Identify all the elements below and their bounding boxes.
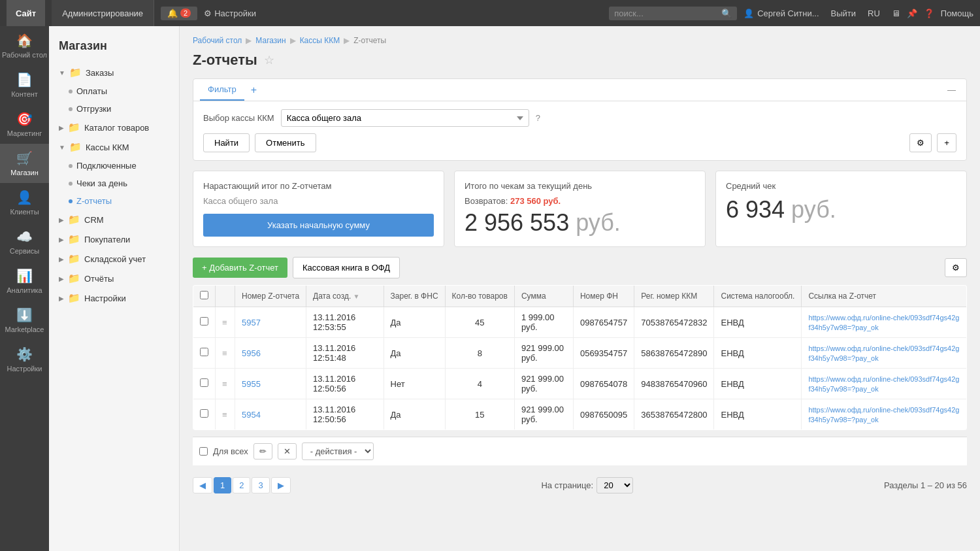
- help-label[interactable]: Помощь: [941, 8, 973, 18]
- folder-icon-kkm: 📁: [69, 141, 82, 153]
- nav-item-buyers[interactable]: ▶ 📁 Покупатели: [49, 229, 179, 249]
- table-gear-button[interactable]: ⚙: [945, 258, 967, 277]
- favorite-icon[interactable]: ☆: [264, 53, 274, 67]
- page-button-3[interactable]: 3: [252, 477, 269, 493]
- page-button-2[interactable]: 2: [233, 477, 250, 493]
- filter-tab-add[interactable]: +: [244, 80, 263, 100]
- row-checkbox[interactable]: [200, 317, 208, 326]
- table-row: ≡ 5954 13.11.2016 12:50:56 Да 15 921 999…: [193, 399, 967, 430]
- help-icon[interactable]: ❓: [924, 8, 934, 18]
- row-qty-cell: 45: [445, 307, 514, 338]
- sidebar-item-content[interactable]: 📄 Контент: [0, 65, 49, 105]
- nav-label-settings: Настройки: [84, 293, 126, 303]
- breadcrumb-sep-1: ▶: [246, 36, 252, 45]
- row-menu-icon[interactable]: ≡: [222, 379, 227, 389]
- add-report-button[interactable]: + Добавить Z-отчет: [193, 258, 287, 278]
- filter-minimize[interactable]: —: [943, 81, 960, 99]
- row-ofd-link[interactable]: https://www.офд.ru/online-chek/093sdf74g…: [808, 375, 959, 393]
- cancel-filter-button[interactable]: Отменить: [255, 133, 316, 152]
- breadcrumb-shop[interactable]: Магазин: [255, 36, 286, 45]
- row-number-link[interactable]: 5955: [242, 379, 261, 389]
- row-reg-cell: 58638765472890: [634, 338, 714, 369]
- services-icon: ☁️: [16, 229, 33, 244]
- stat-card3-title: Средний чек: [726, 181, 956, 191]
- row-tax-cell: ЕНВД: [714, 369, 802, 399]
- table-toolbar: + Добавить Z-отчет Кассовая книга в ОФД …: [193, 257, 967, 278]
- filter-gear-button[interactable]: ⚙: [909, 133, 932, 152]
- lang-selector[interactable]: RU: [868, 8, 880, 18]
- row-ofd-link[interactable]: https://www.офд.ru/online-chek/093sdf74g…: [808, 314, 959, 331]
- nav-item-z-reports[interactable]: Z-отчеты: [49, 192, 179, 210]
- pin-icon[interactable]: 📌: [907, 8, 917, 18]
- sidebar-item-desktop[interactable]: 🏠 Рабочий стол: [0, 26, 49, 65]
- nav-label-warehouse: Складской учет: [84, 254, 146, 264]
- row-number-link[interactable]: 5957: [242, 318, 261, 327]
- settings-button[interactable]: ⚙ Настройки: [204, 8, 256, 18]
- sidebar-item-marketplace[interactable]: ⬇️ Marketplace: [0, 301, 49, 340]
- chevron-down-icon-kkm: ▼: [59, 144, 65, 151]
- row-ofd-link[interactable]: https://www.офд.ru/online-chek/093sdf74g…: [808, 406, 959, 424]
- sidebar-item-marketing[interactable]: 🎯 Маркетинг: [0, 105, 49, 144]
- filter-tab-main[interactable]: Фильтр: [200, 79, 244, 101]
- nav-item-warehouse[interactable]: ▶ 📁 Складской учет: [49, 249, 179, 269]
- find-button[interactable]: Найти: [203, 133, 250, 152]
- nav-item-settings-nav[interactable]: ▶ 📁 Настройки: [49, 288, 179, 308]
- row-number-link[interactable]: 5956: [242, 348, 261, 358]
- row-menu-icon[interactable]: ≡: [222, 410, 227, 420]
- table-row: ≡ 5957 13.11.2016 12:53:55 Да 45 1 999.0…: [193, 307, 967, 338]
- per-page-select[interactable]: 20 50 100: [596, 477, 633, 493]
- filter-kkm-select[interactable]: Касса общего зала: [281, 109, 529, 127]
- footer-actions-select[interactable]: - действия - Удалить: [302, 442, 374, 460]
- row-ofd-link[interactable]: https://www.офд.ru/online-chek/093sdf74g…: [808, 344, 959, 362]
- filter-plus-button[interactable]: +: [937, 133, 956, 152]
- row-checkbox[interactable]: [200, 378, 208, 387]
- nav-item-crm[interactable]: ▶ 📁 CRM: [49, 210, 179, 229]
- nav-item-shipments[interactable]: Отгрузки: [49, 100, 179, 118]
- user-menu[interactable]: 👤 Сергей Ситни...: [743, 8, 819, 18]
- nav-title: Магазин: [49, 33, 179, 63]
- row-checkbox[interactable]: [200, 348, 208, 356]
- page-button-1[interactable]: 1: [214, 477, 231, 493]
- nav-item-orders[interactable]: ▼ 📁 Заказы: [49, 63, 179, 82]
- nav-item-reports[interactable]: ▶ 📁 Отчёты: [49, 269, 179, 288]
- nav-item-catalog[interactable]: ▶ 📁 Каталог товаров: [49, 118, 179, 137]
- sidebar-item-settings[interactable]: ⚙️ Настройки: [0, 340, 49, 379]
- nav-item-kkm[interactable]: ▼ 📁 Кассы ККМ: [49, 137, 179, 157]
- row-checkbox[interactable]: [200, 409, 208, 418]
- table-body: ≡ 5957 13.11.2016 12:53:55 Да 45 1 999.0…: [193, 307, 967, 430]
- monitor-icon[interactable]: 🖥: [892, 8, 900, 18]
- nav-label-crm: CRM: [84, 215, 104, 225]
- row-number-link[interactable]: 5954: [242, 410, 261, 420]
- footer-edit-button[interactable]: ✏: [253, 443, 272, 459]
- sidebar-item-analytics[interactable]: 📊 Аналитика: [0, 261, 49, 301]
- sidebar-item-shop[interactable]: 🛒 Магазин: [0, 144, 49, 183]
- nav-label-reports: Отчёты: [84, 274, 114, 284]
- sidebar-item-services[interactable]: ☁️ Сервисы: [0, 222, 49, 261]
- select-all-checkbox[interactable]: [200, 291, 208, 299]
- site-button[interactable]: Сайт: [7, 0, 45, 26]
- prev-page-button[interactable]: ◀: [193, 477, 212, 493]
- pagination-row: ◀ 1 2 3 ▶ На странице: 20 50 100 Разделы…: [193, 472, 967, 499]
- breadcrumb-desktop[interactable]: Рабочий стол: [193, 36, 242, 45]
- logout-button[interactable]: Выйти: [831, 8, 857, 18]
- next-page-button[interactable]: ▶: [271, 477, 291, 493]
- row-menu-icon[interactable]: ≡: [222, 348, 227, 358]
- notifications-button[interactable]: 🔔 2: [161, 7, 197, 20]
- filter-body: Выбор кассы ККМ Касса общего зала ? Найт…: [193, 101, 966, 160]
- stat-card-daily: Итого по чекам за текущий день Возвратов…: [454, 171, 706, 247]
- row-menu-icon[interactable]: ≡: [222, 318, 227, 327]
- nav-item-connected[interactable]: Подключенные: [49, 157, 179, 175]
- sidebar-item-clients[interactable]: 👤 Клиенты: [0, 183, 49, 222]
- cashbook-button[interactable]: Кассовая книга в ОФД: [293, 257, 400, 278]
- set-amount-button[interactable]: Указать начальную сумму: [203, 214, 434, 237]
- nav-item-payments[interactable]: Оплаты: [49, 82, 179, 100]
- breadcrumb-kkm[interactable]: Кассы ККМ: [300, 36, 340, 45]
- nav-item-day-checks[interactable]: Чеки за день: [49, 175, 179, 192]
- chevron-down-icon: ▼: [59, 69, 65, 76]
- col-header-date[interactable]: Дата созд. ▼: [306, 286, 384, 307]
- search-input[interactable]: [614, 8, 719, 18]
- footer-select-all-checkbox[interactable]: [199, 447, 208, 456]
- help-circle-icon[interactable]: ?: [536, 113, 540, 123]
- footer-delete-button[interactable]: ✕: [278, 443, 297, 459]
- row-fns-cell: Да: [384, 338, 445, 369]
